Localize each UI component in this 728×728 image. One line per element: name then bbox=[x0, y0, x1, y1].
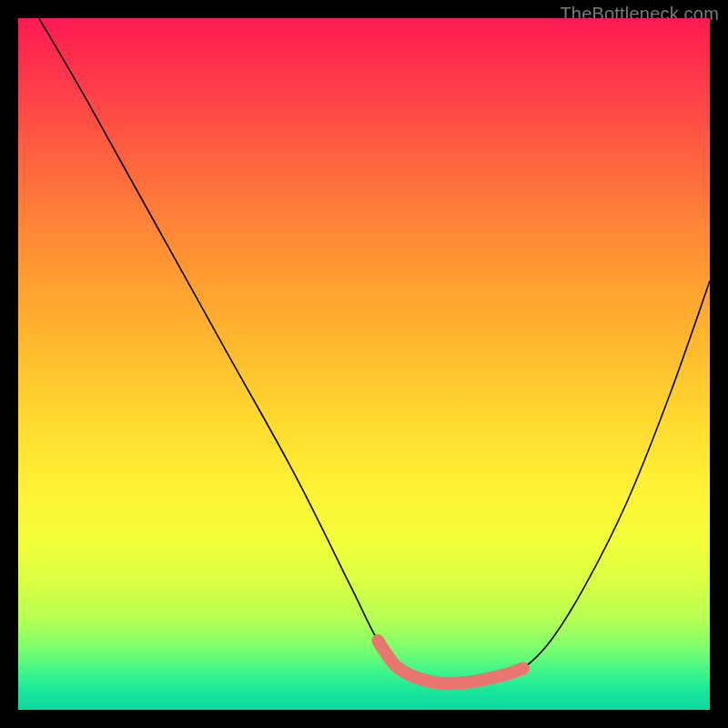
plot-area bbox=[18, 18, 710, 710]
bottleneck-curve bbox=[39, 18, 710, 683]
chart-frame: TheBottleneck.com bbox=[0, 0, 728, 728]
curve-svg bbox=[18, 18, 710, 710]
optimal-zone-highlight bbox=[378, 641, 523, 683]
